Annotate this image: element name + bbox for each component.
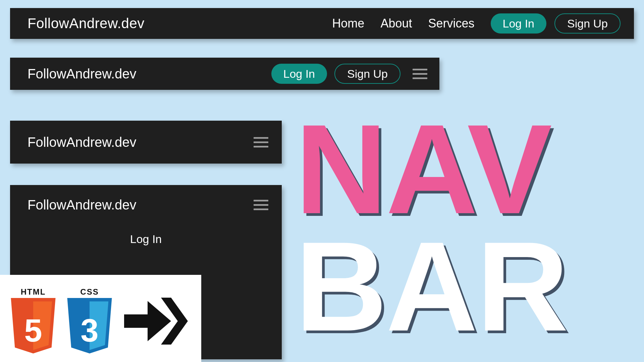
html5-badge: HTML 5 — [8, 287, 58, 355]
signup-button[interactable]: Sign Up — [334, 64, 400, 84]
brand-logo[interactable]: FollowAndrew.dev — [28, 135, 137, 150]
navbar-tablet: FollowAndrew.dev Log In Sign Up — [10, 58, 439, 90]
navbar-desktop: FollowAndrew.dev Home About Services Log… — [10, 8, 634, 39]
css3-badge: CSS 3 — [64, 287, 115, 355]
nav-link-services[interactable]: Services — [428, 16, 474, 31]
mobile-menu-login[interactable]: Log In — [27, 225, 265, 253]
hero-title-line2: BAR — [295, 228, 567, 345]
navbar-small: FollowAndrew.dev — [10, 121, 282, 164]
login-button[interactable]: Log In — [491, 13, 547, 34]
signup-button[interactable]: Sign Up — [554, 13, 621, 34]
hamburger-icon[interactable] — [413, 69, 427, 79]
css3-label: CSS — [80, 287, 99, 297]
hero-title: NAV BAR — [295, 111, 567, 345]
hamburger-icon[interactable] — [254, 137, 268, 147]
hero-title-line1: NAV — [295, 111, 567, 228]
nav-link-about[interactable]: About — [380, 16, 412, 31]
html5-number: 5 — [8, 312, 58, 349]
login-button[interactable]: Log In — [271, 64, 327, 84]
brand-logo[interactable]: FollowAndrew.dev — [28, 66, 137, 81]
hamburger-icon[interactable] — [254, 200, 268, 210]
nav-link-home[interactable]: Home — [332, 16, 364, 31]
html5-label: HTML — [21, 287, 46, 297]
arrow-right-icon — [121, 291, 188, 351]
tech-badge-panel: HTML 5 CSS 3 — [0, 275, 201, 362]
css3-number: 3 — [64, 312, 115, 349]
brand-logo[interactable]: FollowAndrew.dev — [28, 197, 137, 213]
brand-logo[interactable]: FollowAndrew.dev — [28, 15, 145, 32]
svg-marker-4 — [124, 301, 171, 341]
